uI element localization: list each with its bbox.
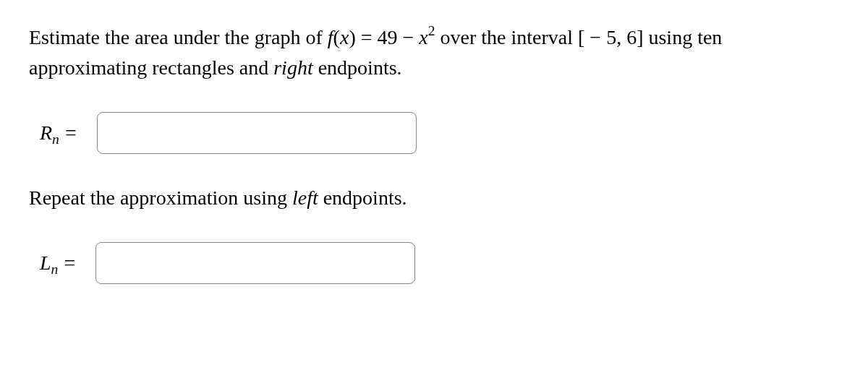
question-part2: over the interval [435, 26, 578, 48]
func-open: ( [333, 26, 340, 48]
question-part1: Estimate the area under the graph of [29, 26, 328, 48]
rn-label: Rn = [40, 118, 82, 148]
rn-equals: = [65, 118, 77, 148]
rn-sub: n [52, 129, 59, 150]
ln-row: Ln = [40, 242, 839, 284]
rn-input[interactable] [97, 112, 417, 154]
interval-a: 5 [606, 26, 616, 48]
ln-equals: = [64, 248, 75, 278]
interval-comma: , [616, 26, 626, 48]
question-part4: endpoints. [313, 56, 402, 79]
followup-part2: endpoints. [318, 186, 407, 209]
followup-text: Repeat the approximation using left endp… [29, 183, 839, 213]
func-f: f [328, 26, 333, 48]
minus: − [398, 26, 420, 48]
ln-sub: n [51, 259, 59, 280]
rn-row: Rn = [40, 112, 839, 154]
interval-open: [ [578, 26, 584, 48]
exp2: 2 [428, 23, 435, 38]
ln-label: Ln = [40, 248, 81, 278]
question-text: Estimate the area under the graph of f(x… [29, 22, 839, 83]
ln-input[interactable] [95, 242, 415, 284]
ln-letter: L [40, 248, 51, 278]
rn-letter: R [40, 118, 52, 148]
interval-neg: − [584, 26, 606, 48]
followup-part1: Repeat the approximation using [29, 186, 292, 209]
func-var: x [340, 26, 349, 48]
interval-b: 6 [626, 26, 637, 48]
var2: x [419, 26, 427, 48]
const1: 49 [378, 26, 398, 48]
right-word: right [273, 56, 312, 79]
func-close: ) [349, 26, 355, 48]
left-word: left [292, 186, 318, 209]
eq: = [356, 26, 378, 48]
